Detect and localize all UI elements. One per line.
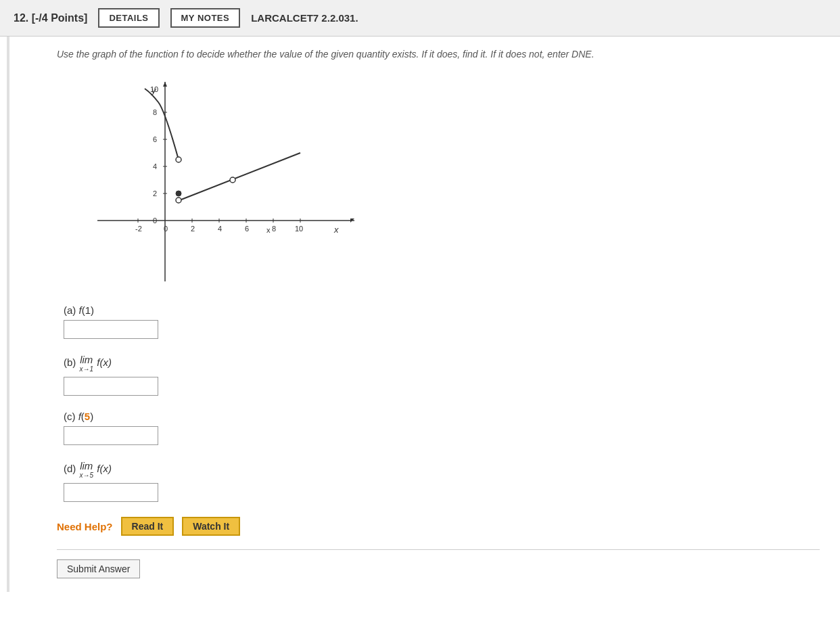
svg-text:0: 0 (153, 216, 157, 225)
need-help-label: Need Help? (57, 521, 113, 532)
part-d-lim: lim x→5 (80, 460, 94, 479)
part-c-highlight: 5 (85, 411, 90, 422)
top-bar: 12. [-/4 Points] DETAILS MY NOTES LARCAL… (0, 0, 840, 37)
svg-text:2: 2 (153, 189, 157, 198)
problem-number: 12. [-/4 Points] (14, 12, 87, 24)
part-b-row: (b) lim x→1 f(x) (64, 354, 820, 396)
svg-text:10: 10 (150, 85, 158, 93)
part-c-label: (c) f(5) (64, 411, 820, 422)
part-c-row: (c) f(5) (64, 411, 820, 445)
part-b-label: (b) lim x→1 f(x) (64, 354, 820, 373)
watch-it-button[interactable]: Watch It (182, 517, 240, 536)
part-c-math: f (78, 411, 81, 422)
part-b-input[interactable] (64, 377, 158, 396)
need-help-row: Need Help? Read It Watch It (57, 517, 820, 536)
svg-text:6: 6 (153, 135, 157, 143)
svg-text:6: 6 (245, 225, 249, 233)
my-notes-button[interactable]: MY NOTES (170, 8, 241, 28)
part-a-row: (a) f(1) (64, 304, 820, 339)
svg-text:4: 4 (153, 162, 157, 170)
svg-point-31 (176, 198, 181, 203)
svg-text:8: 8 (153, 108, 157, 116)
part-d-row: (d) lim x→5 f(x) (64, 460, 820, 502)
svg-text:2: 2 (191, 225, 195, 233)
svg-point-29 (176, 157, 181, 162)
svg-text:4: 4 (218, 225, 222, 233)
instruction-text: Use the graph of the function f to decid… (57, 49, 820, 60)
svg-text:0: 0 (164, 225, 168, 233)
part-d-fx: f(x) (97, 463, 112, 474)
submit-row: Submit Answer (57, 549, 820, 578)
part-a-input[interactable] (64, 320, 158, 339)
part-a-label: (a) f(1) (64, 304, 820, 316)
part-a-math: f (79, 304, 82, 316)
problem-code: LARCALCET7 2.2.031. (251, 12, 358, 24)
svg-text:x: x (333, 225, 339, 235)
submit-answer-button[interactable]: Submit Answer (57, 559, 140, 578)
svg-text:-2: -2 (135, 225, 142, 233)
svg-marker-3 (163, 82, 167, 87)
part-a-letter: (a) (64, 304, 79, 316)
svg-text:x: x (266, 226, 271, 234)
part-d-input[interactable] (64, 483, 158, 502)
part-c-input[interactable] (64, 426, 158, 445)
svg-text:8: 8 (272, 225, 276, 233)
function-graph: x y -2 0 2 4 6 8 10 0 2 4 6 8 10 (70, 72, 354, 288)
content-area: Use the graph of the function f to decid… (7, 37, 840, 592)
read-it-button[interactable]: Read It (121, 517, 174, 536)
svg-line-32 (181, 153, 300, 200)
svg-point-30 (176, 191, 181, 196)
part-b-fx: f(x) (97, 356, 112, 368)
part-d-label: (d) lim x→5 f(x) (64, 460, 820, 479)
details-button[interactable]: DETAILS (98, 8, 159, 28)
parts-section: (a) f(1) (b) lim x→1 f(x) (c) f(5) (64, 304, 820, 502)
part-c-letter: (c) (64, 411, 78, 422)
svg-text:10: 10 (295, 225, 303, 233)
svg-point-33 (230, 177, 235, 183)
part-d-letter: (d) (64, 463, 79, 474)
part-b-lim: lim x→1 (80, 354, 94, 373)
graph-container: x y -2 0 2 4 6 8 10 0 2 4 6 8 10 (70, 72, 820, 288)
part-b-letter: (b) (64, 356, 79, 368)
